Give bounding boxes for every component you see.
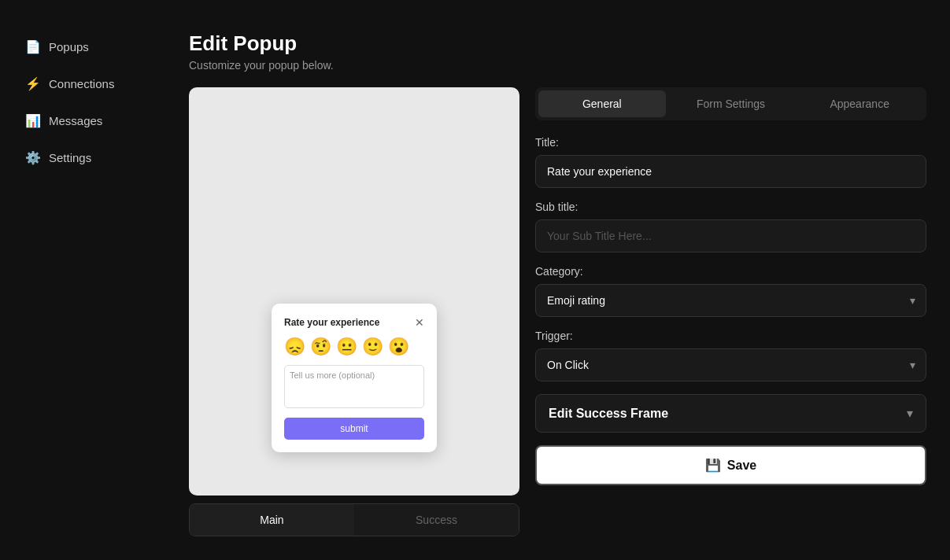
subtitle-input[interactable] xyxy=(535,219,926,252)
emoji-2[interactable]: 🤨 xyxy=(310,337,331,357)
category-select-wrapper: Emoji rating Star rating NPS ▾ xyxy=(535,284,926,317)
connections-icon: ⚡ xyxy=(25,76,41,91)
bottom-tabs: Main Success xyxy=(189,503,519,536)
emoji-3[interactable]: 😐 xyxy=(336,337,357,357)
trigger-select[interactable]: On Click On Load On Exit xyxy=(535,348,926,381)
sidebar-label-messages: Messages xyxy=(49,114,102,127)
top-tabs: General Form Settings Appearance xyxy=(535,87,926,120)
sidebar: 📄 Popups ⚡ Connections 📊 Messages ⚙️ Set… xyxy=(0,0,165,560)
sidebar-item-settings[interactable]: ⚙️ Settings xyxy=(16,142,150,173)
popup-preview-title: Rate your experience xyxy=(284,317,379,328)
tab-form-settings[interactable]: Form Settings xyxy=(667,90,795,117)
sidebar-label-connections: Connections xyxy=(49,77,114,90)
messages-icon: 📊 xyxy=(25,113,41,128)
emoji-5[interactable]: 😮 xyxy=(388,337,409,357)
emoji-4[interactable]: 🙂 xyxy=(362,337,383,357)
content-area: Rate your experience ✕ 😞 🤨 😐 🙂 😮 Tell us… xyxy=(189,87,926,536)
title-input[interactable] xyxy=(535,155,926,188)
sidebar-label-popups: Popups xyxy=(49,40,89,53)
subtitle-label: Sub title: xyxy=(535,201,926,213)
sidebar-item-connections[interactable]: ⚡ Connections xyxy=(16,68,150,99)
edit-success-frame-chevron-down-icon: ▾ xyxy=(907,406,913,421)
tab-appearance[interactable]: Appearance xyxy=(796,90,923,117)
edit-success-frame-section[interactable]: Edit Success Frame ▾ xyxy=(535,394,926,433)
popups-icon: 📄 xyxy=(25,39,41,54)
popup-textarea[interactable]: Tell us more (optional) xyxy=(284,365,424,408)
save-label: Save xyxy=(727,459,756,473)
settings-icon: ⚙️ xyxy=(25,150,41,165)
category-label: Category: xyxy=(535,265,926,278)
preview-frame: Rate your experience ✕ 😞 🤨 😐 🙂 😮 Tell us… xyxy=(189,87,519,496)
save-button[interactable]: 💾 Save xyxy=(535,445,926,485)
tab-general[interactable]: General xyxy=(538,90,666,117)
title-label: Title: xyxy=(535,136,926,149)
tab-main[interactable]: Main xyxy=(190,504,354,536)
sidebar-item-messages[interactable]: 📊 Messages xyxy=(16,105,150,136)
preview-panel: Rate your experience ✕ 😞 🤨 😐 🙂 😮 Tell us… xyxy=(189,87,519,536)
emoji-1[interactable]: 😞 xyxy=(284,337,305,357)
popup-header: Rate your experience ✕ xyxy=(284,316,424,329)
page-subtitle: Customize your popup below. xyxy=(189,59,926,72)
trigger-select-wrapper: On Click On Load On Exit ▾ xyxy=(535,348,926,381)
sidebar-item-popups[interactable]: 📄 Popups xyxy=(16,31,150,62)
popup-submit-button[interactable]: submit xyxy=(284,418,424,440)
category-select[interactable]: Emoji rating Star rating NPS xyxy=(535,284,926,317)
sidebar-label-settings: Settings xyxy=(49,151,91,164)
trigger-label: Trigger: xyxy=(535,330,926,342)
popup-close-icon[interactable]: ✕ xyxy=(415,316,424,329)
page-title: Edit Popup xyxy=(189,31,926,56)
edit-success-frame-label: Edit Success Frame xyxy=(549,407,668,421)
main-content: Edit Popup Customize your popup below. R… xyxy=(165,0,950,560)
save-disk-icon: 💾 xyxy=(705,458,721,473)
popup-preview: Rate your experience ✕ 😞 🤨 😐 🙂 😮 Tell us… xyxy=(272,304,437,452)
emoji-row: 😞 🤨 😐 🙂 😮 xyxy=(284,337,424,357)
tab-success[interactable]: Success xyxy=(354,504,519,536)
settings-panel: General Form Settings Appearance Title: … xyxy=(535,87,926,536)
